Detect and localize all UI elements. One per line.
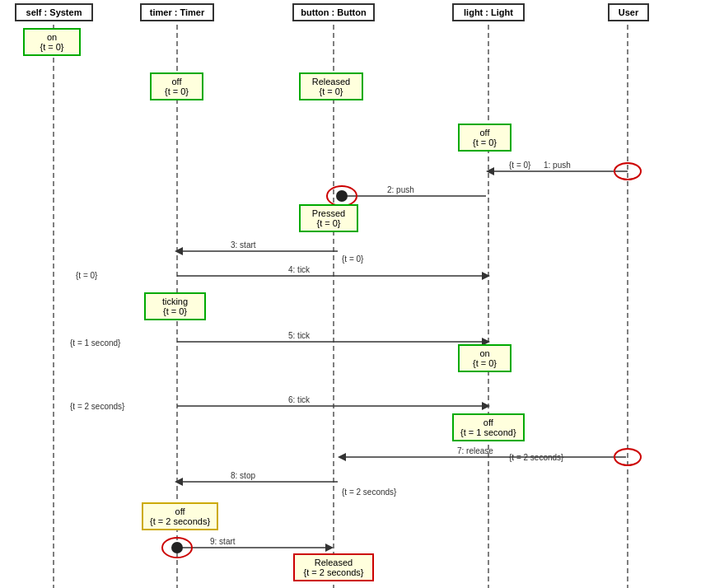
svg-marker-25	[338, 453, 346, 461]
svg-text:5: tick: 5: tick	[288, 331, 311, 340]
svg-marker-22	[482, 402, 490, 410]
header-timer: timer : Timer	[140, 3, 214, 21]
svg-marker-13	[175, 247, 183, 255]
state-light-off2: off {t = 1 second}	[452, 413, 525, 441]
svg-text:7: release: 7: release	[457, 446, 493, 455]
svg-text:{t = 2 seconds}: {t = 2 seconds}	[342, 488, 397, 497]
svg-text:6: tick: 6: tick	[288, 395, 311, 404]
svg-point-34	[614, 163, 641, 180]
svg-text:{t = 0}: {t = 0}	[76, 271, 98, 280]
header-user: User	[608, 3, 649, 21]
svg-marker-9	[338, 192, 346, 200]
svg-point-36	[327, 186, 357, 206]
svg-point-37	[162, 538, 192, 558]
state-light-on: on {t = 0}	[458, 344, 511, 372]
svg-point-33	[171, 542, 183, 553]
svg-text:{t = 2 seconds}: {t = 2 seconds}	[70, 402, 125, 411]
sequence-diagram: 1: push 2: push 3: start 4: tick 5: tick…	[0, 0, 710, 588]
svg-text:{t = 2 seconds}: {t = 2 seconds}	[509, 453, 564, 462]
svg-text:1: push: 1: push	[544, 161, 571, 170]
svg-text:{t = 0}: {t = 0}	[509, 161, 531, 170]
header-light: light : Light	[452, 3, 525, 21]
svg-text:9: start: 9: start	[210, 537, 236, 546]
svg-marker-28	[175, 478, 183, 486]
state-timer-off: off {t = 0}	[150, 72, 203, 100]
svg-text:3: start: 3: start	[231, 240, 256, 250]
svg-point-11	[336, 190, 348, 202]
svg-text:2: push: 2: push	[387, 185, 414, 194]
state-timer-ticking: ticking {t = 0}	[144, 292, 206, 320]
header-self: self : System	[15, 3, 93, 21]
state-light-off: off {t = 0}	[458, 124, 511, 152]
svg-text:8: stop: 8: stop	[231, 471, 255, 480]
header-button: button : Button	[292, 3, 375, 21]
state-button-pressed: Pressed {t = 0}	[299, 204, 358, 232]
svg-marker-16	[482, 272, 490, 280]
svg-marker-6	[486, 167, 494, 175]
svg-point-35	[614, 449, 641, 465]
svg-marker-31	[325, 544, 334, 552]
state-self-on: on {t = 0}	[23, 28, 81, 56]
state-timer-off2: off {t = 2 seconds}	[142, 502, 218, 530]
svg-text:{t = 1 second}: {t = 1 second}	[70, 338, 121, 348]
svg-text:4: tick: 4: tick	[288, 265, 311, 274]
state-button-released: Released {t = 0}	[299, 72, 363, 100]
state-button-released2: Released {t = 2 seconds}	[293, 553, 374, 581]
svg-text:{t = 0}: {t = 0}	[342, 254, 364, 264]
